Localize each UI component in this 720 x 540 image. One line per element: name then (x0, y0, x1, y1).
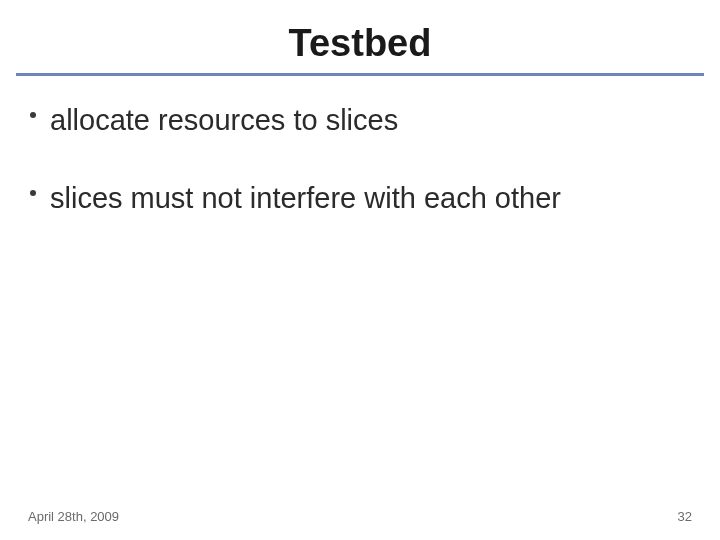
bullet-dot-icon (30, 112, 36, 118)
footer-page-number: 32 (678, 509, 692, 524)
bullet-dot-icon (30, 190, 36, 196)
slide-title: Testbed (289, 22, 432, 65)
bullet-text: allocate resources to slices (50, 102, 690, 138)
slide-footer: April 28th, 2009 32 (0, 509, 720, 524)
title-area: Testbed (0, 0, 720, 65)
bullet-item: allocate resources to slices (30, 102, 690, 138)
slide: Testbed allocate resources to slices sli… (0, 0, 720, 540)
bullet-text: slices must not interfere with each othe… (50, 180, 690, 216)
slide-body: allocate resources to slices slices must… (0, 76, 720, 217)
footer-date: April 28th, 2009 (28, 509, 119, 524)
bullet-item: slices must not interfere with each othe… (30, 180, 690, 216)
